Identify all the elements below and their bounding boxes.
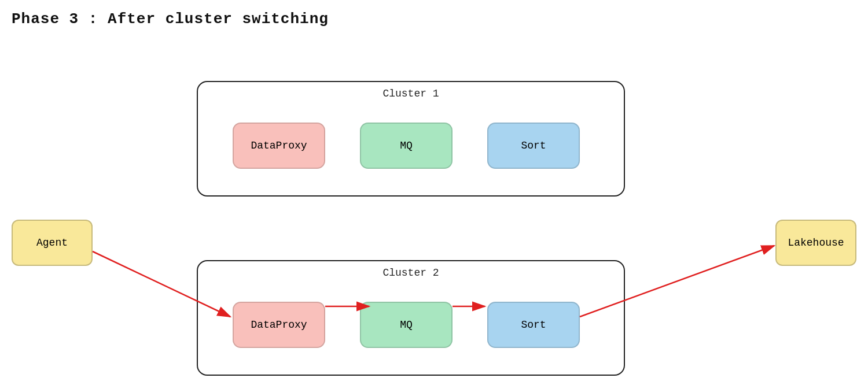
cluster2-sort: Sort — [487, 302, 580, 348]
page-title: Phase 3 : After cluster switching — [12, 10, 329, 28]
cluster1-box: Cluster 1 DataProxy MQ Sort — [197, 81, 625, 197]
cluster2-box: Cluster 2 DataProxy MQ Sort — [197, 260, 625, 376]
lakehouse-box: Lakehouse — [775, 220, 856, 266]
cluster2-label: Cluster 2 — [198, 267, 624, 279]
cluster2-dataproxy: DataProxy — [233, 302, 325, 348]
cluster2-mq: MQ — [360, 302, 453, 348]
cluster1-dataproxy: DataProxy — [233, 123, 325, 169]
agent-box: Agent — [12, 220, 93, 266]
cluster1-sort: Sort — [487, 123, 580, 169]
cluster1-label: Cluster 1 — [198, 88, 624, 99]
cluster1-mq: MQ — [360, 123, 453, 169]
